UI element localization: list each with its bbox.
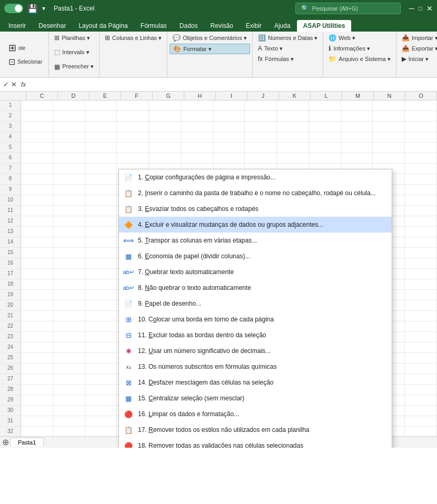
cell[interactable] bbox=[21, 427, 53, 437]
menu-item-14[interactable]: ⊠ 14. Desfazer mesclagem das células na … bbox=[119, 375, 392, 390]
menu-item-2[interactable]: 📋 2. Inserir o caminho da pasta de traba… bbox=[119, 185, 392, 201]
cell[interactable] bbox=[149, 100, 181, 110]
cell[interactable] bbox=[405, 300, 437, 310]
cell[interactable] bbox=[405, 132, 437, 142]
row-21[interactable]: 21 bbox=[0, 311, 21, 321]
row-31[interactable]: 31 bbox=[0, 416, 21, 427]
cell[interactable] bbox=[181, 100, 213, 110]
cell[interactable] bbox=[405, 143, 437, 153]
formatar-btn[interactable]: 🎨 Formatar ▾ bbox=[170, 44, 250, 54]
cell[interactable] bbox=[85, 342, 117, 352]
cell[interactable] bbox=[213, 153, 245, 163]
tab-dados[interactable]: Dados bbox=[173, 20, 204, 32]
cell[interactable] bbox=[21, 143, 53, 153]
cell[interactable] bbox=[21, 185, 53, 195]
cell[interactable] bbox=[181, 132, 213, 142]
cell[interactable] bbox=[373, 111, 405, 121]
cell[interactable] bbox=[85, 258, 117, 268]
web-btn[interactable]: 🌐 Web ▾ bbox=[325, 33, 393, 43]
cell[interactable] bbox=[21, 216, 53, 226]
preencher-btn[interactable]: ▦ Preencher ▾ bbox=[51, 62, 97, 72]
cell[interactable] bbox=[53, 174, 85, 184]
menu-item-15[interactable]: ▦ 15. Centralizar seleção (sem mesclar) bbox=[119, 390, 392, 406]
cell[interactable] bbox=[85, 332, 117, 342]
cell[interactable] bbox=[405, 342, 437, 352]
cell[interactable] bbox=[405, 206, 437, 216]
row-12[interactable]: 12 bbox=[0, 216, 21, 227]
cell[interactable] bbox=[85, 227, 117, 237]
row-1[interactable]: 1 bbox=[0, 100, 21, 111]
cell[interactable] bbox=[53, 342, 85, 352]
cell[interactable] bbox=[53, 227, 85, 237]
cell[interactable] bbox=[341, 153, 373, 163]
cell[interactable] bbox=[21, 100, 53, 110]
menu-item-3[interactable]: 📋 3. Esvaziar todos os cabeçalhos e roda… bbox=[119, 201, 392, 217]
cell[interactable] bbox=[21, 279, 53, 289]
cell[interactable] bbox=[405, 332, 437, 342]
cell[interactable] bbox=[21, 195, 53, 205]
cell[interactable] bbox=[53, 311, 85, 321]
cell[interactable] bbox=[21, 290, 53, 300]
cell[interactable] bbox=[405, 427, 437, 437]
cell[interactable] bbox=[21, 406, 53, 416]
cell[interactable] bbox=[213, 132, 245, 142]
formulas-btn[interactable]: fx Fórmulas ▾ bbox=[255, 54, 321, 64]
cell[interactable] bbox=[85, 100, 117, 110]
intervalo-btn[interactable]: ⬚ Intervalo ▾ bbox=[51, 47, 97, 57]
cell[interactable] bbox=[85, 174, 117, 184]
cell[interactable] bbox=[53, 406, 85, 416]
cell[interactable] bbox=[245, 132, 277, 142]
cell[interactable] bbox=[21, 164, 53, 174]
cell[interactable] bbox=[85, 395, 117, 405]
cell[interactable] bbox=[85, 164, 117, 174]
cell[interactable] bbox=[21, 206, 53, 216]
cell[interactable] bbox=[213, 100, 245, 110]
cell[interactable] bbox=[85, 185, 117, 195]
cell[interactable] bbox=[53, 290, 85, 300]
arquivo-sistema-btn[interactable]: 📁 Arquivo e Sistema ▾ bbox=[325, 54, 393, 64]
cell[interactable] bbox=[53, 122, 85, 132]
cell[interactable] bbox=[85, 321, 117, 331]
menu-item-18[interactable]: 🔴 18. Remover todas as validações nas cé… bbox=[119, 438, 392, 448]
menu-item-5[interactable]: ⟺ 5. Transpor as colunas em várias etapa… bbox=[119, 233, 392, 248]
cell[interactable] bbox=[405, 258, 437, 268]
cell[interactable] bbox=[53, 300, 85, 310]
cell[interactable] bbox=[21, 111, 53, 121]
cell[interactable] bbox=[85, 269, 117, 279]
cell[interactable] bbox=[245, 100, 277, 110]
cell[interactable] bbox=[117, 132, 149, 142]
search-box[interactable]: 🔍 Pesquisar (Alt+G) bbox=[295, 3, 401, 14]
menu-item-4[interactable]: 🔶 4. Excluir e visualizar mudanças de da… bbox=[119, 217, 392, 233]
cell[interactable] bbox=[85, 374, 117, 384]
cell[interactable] bbox=[405, 406, 437, 416]
row-2[interactable]: 2 bbox=[0, 111, 21, 122]
col-g[interactable]: G bbox=[153, 92, 184, 100]
cell[interactable] bbox=[405, 248, 437, 258]
cell[interactable] bbox=[21, 374, 53, 384]
cell[interactable] bbox=[21, 311, 53, 321]
cell[interactable] bbox=[405, 279, 437, 289]
maximize-btn[interactable]: □ bbox=[419, 5, 422, 12]
tab-asap[interactable]: ASAP Utilities bbox=[297, 20, 352, 32]
cell[interactable] bbox=[405, 174, 437, 184]
quick-access-dropdown[interactable]: ▾ bbox=[42, 5, 45, 12]
cell[interactable] bbox=[405, 353, 437, 363]
cell[interactable] bbox=[21, 353, 53, 363]
texto-btn[interactable]: A Texto ▾ bbox=[255, 44, 321, 53]
cell[interactable] bbox=[85, 153, 117, 163]
toggle-switch[interactable] bbox=[4, 4, 23, 13]
cell[interactable] bbox=[245, 143, 277, 153]
row-26[interactable]: 26 bbox=[0, 364, 21, 374]
cell[interactable] bbox=[213, 122, 245, 132]
menu-item-8[interactable]: ab↵ 8. Não quebrar o texto automaticamen… bbox=[119, 280, 392, 296]
planilhas-btn[interactable]: ⊞ Planilhas ▾ bbox=[51, 33, 97, 43]
row-29[interactable]: 29 bbox=[0, 395, 21, 406]
menu-item-7[interactable]: ab↵ 7. Quebrar texto automaticamente bbox=[119, 264, 392, 280]
cell[interactable] bbox=[117, 143, 149, 153]
cell[interactable] bbox=[53, 258, 85, 268]
cell[interactable] bbox=[53, 416, 85, 426]
cell[interactable] bbox=[405, 227, 437, 237]
cell[interactable] bbox=[405, 100, 437, 110]
cell[interactable] bbox=[213, 143, 245, 153]
cell[interactable] bbox=[181, 153, 213, 163]
